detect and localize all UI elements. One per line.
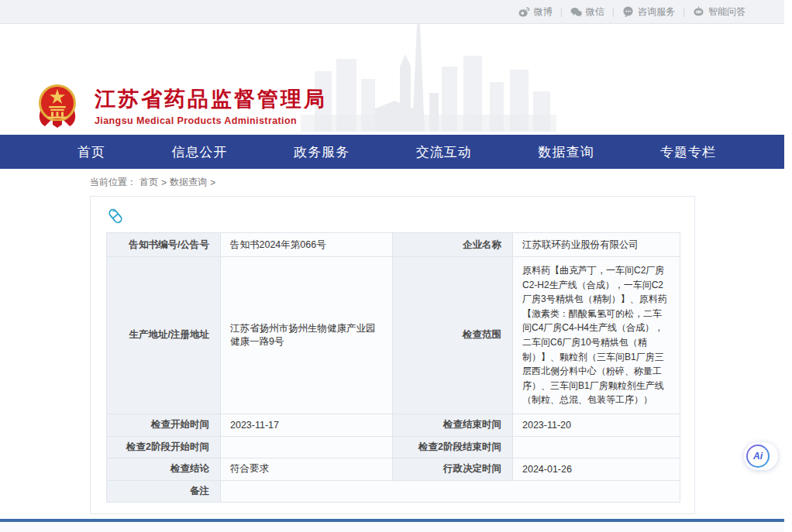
table-row: 告知书编号/公告号 告知书2024年第066号 企业名称 江苏联环药业股份有限公… xyxy=(107,233,680,257)
robot-icon xyxy=(693,6,704,17)
brand-text: 江苏省药品监督管理局 Jiangsu Medical Products Admi… xyxy=(95,88,327,126)
site-title: 江苏省药品监督管理局 xyxy=(95,88,327,112)
topbar-item-wechat[interactable]: 微信 xyxy=(570,5,604,19)
breadcrumb-separator: > xyxy=(210,177,215,188)
topbar-separator: | xyxy=(683,6,685,17)
breadcrumb-separator: > xyxy=(161,177,167,188)
field-label-address: 生产地址/注册地址 xyxy=(107,257,221,414)
main-content: 当前位置： 首页 > 数据查询 > xyxy=(0,169,784,519)
field-value-conclusion: 符合要求 xyxy=(221,458,393,480)
topbar-item-label: 微博 xyxy=(534,5,553,19)
field-value-inspection-start: 2023-11-17 xyxy=(221,414,393,436)
topbar-item-qa[interactable]: 智能问答 xyxy=(693,5,746,19)
inspection-detail-table: 告知书编号/公告号 告知书2024年第066号 企业名称 江苏联环药业股份有限公… xyxy=(106,232,680,503)
field-value-inspection-scope: 原料药【曲克芦丁，一车间C2厂房C2-H2生产线（合成），一车间C2厂房3号精烘… xyxy=(513,257,680,414)
ai-assistant-button[interactable]: Ai xyxy=(744,442,778,470)
wechat-icon xyxy=(570,7,582,17)
field-value-company-name: 江苏联环药业股份有限公司 xyxy=(513,233,680,257)
ai-icon-label: Ai xyxy=(748,446,768,466)
primary-nav: 首页 信息公开 政务服务 交流互动 数据查询 专题专栏 xyxy=(0,135,784,169)
nav-item-info-disclosure[interactable]: 信息公开 xyxy=(172,143,228,161)
page: 微博 | 微信 | 咨询服务 | 智能问答 xyxy=(0,0,784,532)
table-row: 备注 xyxy=(107,480,680,502)
weibo-icon xyxy=(518,7,530,17)
field-label-phase2-end: 检查2阶段结束时间 xyxy=(393,436,513,458)
topbar-separator: | xyxy=(612,6,615,17)
breadcrumb-section-link[interactable]: 数据查询 xyxy=(170,176,207,189)
national-emblem-logo xyxy=(36,81,79,132)
field-value-phase2-start xyxy=(221,436,393,458)
field-value-phase2-end xyxy=(513,436,680,458)
table-row: 检查2阶段开始时间 检查2阶段结束时间 xyxy=(107,436,680,458)
topbar-item-consult[interactable]: 咨询服务 xyxy=(622,5,675,19)
field-label-notice-number: 告知书编号/公告号 xyxy=(107,233,221,257)
site-subtitle: Jiangsu Medical Products Administration xyxy=(95,115,327,126)
nav-item-gov-services[interactable]: 政务服务 xyxy=(294,143,350,161)
ai-icon: Ai xyxy=(746,444,770,468)
pill-capsule-icon xyxy=(106,207,125,228)
nav-item-special-columns[interactable]: 专题专栏 xyxy=(660,143,716,161)
panel-header xyxy=(106,206,679,229)
topbar-item-label: 微信 xyxy=(586,5,604,19)
table-row: 检查开始时间 2023-11-17 检查结束时间 2023-11-20 xyxy=(107,414,680,436)
breadcrumb: 当前位置： 首页 > 数据查询 > xyxy=(0,169,784,196)
field-label-phase2-start: 检查2阶段开始时间 xyxy=(107,436,221,458)
field-value-decision-date: 2024-01-26 xyxy=(513,458,680,480)
field-value-notice-number: 告知书2024年第066号 xyxy=(221,233,393,257)
topbar-item-label: 智能问答 xyxy=(708,5,746,19)
nav-item-data-query[interactable]: 数据查询 xyxy=(538,143,594,161)
topbar: 微博 | 微信 | 咨询服务 | 智能问答 xyxy=(0,0,784,24)
chat-icon xyxy=(622,6,634,17)
detail-panel: 告知书编号/公告号 告知书2024年第066号 企业名称 江苏联环药业股份有限公… xyxy=(90,196,695,514)
field-label-decision-date: 行政决定时间 xyxy=(393,458,513,480)
field-label-inspection-start: 检查开始时间 xyxy=(107,414,221,436)
field-label-company-name: 企业名称 xyxy=(393,233,513,257)
field-value-inspection-end: 2023-11-20 xyxy=(513,414,680,436)
site-header: 江苏省药品监督管理局 Jiangsu Medical Products Admi… xyxy=(0,24,784,135)
field-value-address: 江苏省扬州市扬州生物健康产业园健康一路9号 xyxy=(221,257,393,414)
nav-item-home[interactable]: 首页 xyxy=(77,143,105,161)
field-label-inspection-end: 检查结束时间 xyxy=(393,414,513,436)
topbar-separator: | xyxy=(560,6,563,17)
breadcrumb-home-link[interactable]: 首页 xyxy=(139,176,158,189)
topbar-item-weibo[interactable]: 微博 xyxy=(518,5,553,19)
field-label-remarks: 备注 xyxy=(107,480,221,502)
site-footer: 网站导航 联系方式 隐 xyxy=(0,519,784,532)
city-skyline-illustration xyxy=(301,24,556,135)
field-value-remarks xyxy=(221,480,680,502)
field-label-inspection-scope: 检查范围 xyxy=(393,257,513,414)
table-row: 生产地址/注册地址 江苏省扬州市扬州生物健康产业园健康一路9号 检查范围 原料药… xyxy=(107,257,680,414)
brand[interactable]: 江苏省药品监督管理局 Jiangsu Medical Products Admi… xyxy=(36,81,327,132)
nav-item-interaction[interactable]: 交流互动 xyxy=(416,143,472,161)
topbar-item-label: 咨询服务 xyxy=(638,5,675,19)
table-row: 检查结论 符合要求 行政决定时间 2024-01-26 xyxy=(107,458,680,480)
breadcrumb-label: 当前位置： xyxy=(90,176,136,189)
field-label-conclusion: 检查结论 xyxy=(107,458,221,480)
